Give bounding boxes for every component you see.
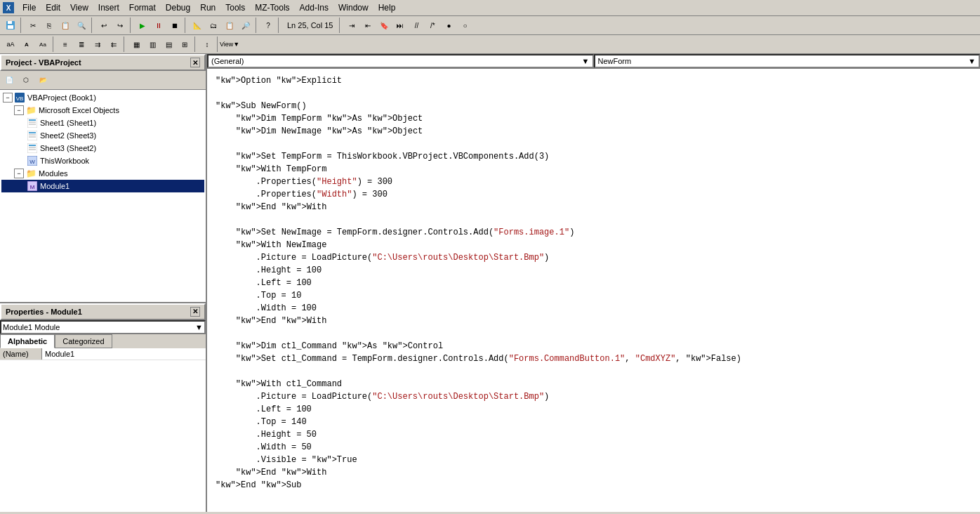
code-line: "kw">End "kw">With	[216, 201, 972, 213]
properties-close-button[interactable]: ✕	[190, 307, 200, 317]
menu-addins[interactable]: Add-Ins	[296, 1, 333, 14]
menu-edit[interactable]: Edit	[41, 1, 65, 14]
menu-view[interactable]: View	[66, 1, 93, 14]
pt-viewcode[interactable]: 📄	[1, 72, 17, 88]
tb-toggle-bp[interactable]: ●	[441, 18, 456, 33]
tb2-list2[interactable]: ≣	[74, 37, 89, 52]
tree-module1[interactable]: M Module1	[1, 180, 204, 192]
main-layout: Project - VBAProject ✕ 📄 ⬡ 📂 − VB VBAPro…	[0, 54, 980, 512]
sep2	[91, 18, 94, 33]
prop-name-label: (Name)	[0, 348, 42, 360]
pt-viewobj[interactable]: ⬡	[18, 72, 34, 88]
tb-comment[interactable]: //	[409, 18, 424, 33]
sheet2-label: Sheet2 (Sheet3)	[40, 131, 96, 140]
tree-sheet1[interactable]: Sheet1 (Sheet1)	[1, 117, 204, 129]
tree-sheet3[interactable]: Sheet3 (Sheet2)	[1, 142, 204, 154]
tb2-grid4[interactable]: ⊞	[177, 37, 192, 52]
code-line: .Properties("Width") = 300	[216, 188, 972, 201]
menu-tools[interactable]: Tools	[221, 1, 249, 14]
tb-copy[interactable]: ⎘	[41, 18, 57, 33]
tb2-list3[interactable]: ⇉	[90, 37, 105, 52]
tb-design[interactable]: 📐	[190, 18, 205, 33]
tb2-list1[interactable]: ≡	[58, 37, 73, 52]
tb-objbrowser[interactable]: 🔎	[238, 18, 253, 33]
tb-find[interactable]: 🔍	[74, 18, 89, 33]
menu-window[interactable]: Window	[334, 1, 373, 14]
menu-insert[interactable]: Insert	[94, 1, 124, 14]
project-tree[interactable]: − VB VBAProject (Book1) − 📁 Microsoft Ex…	[0, 90, 206, 302]
code-line: .Left = 100	[216, 403, 972, 416]
general-dropdown[interactable]: (General) ▼	[207, 54, 594, 68]
tb-indent[interactable]: ⇥	[344, 18, 359, 33]
project-panel-title: Project - VBAProject	[6, 58, 81, 67]
code-editor[interactable]: "kw">Option "kw">Explicit "kw">Sub NewFo…	[207, 69, 980, 512]
prop-row-name: (Name) Module1	[0, 348, 206, 360]
tb2-3[interactable]: Aa	[35, 37, 51, 52]
app-icon: X	[3, 2, 14, 13]
tb-cut[interactable]: ✂	[25, 18, 41, 33]
proc-dropdown-arrow: ▼	[968, 57, 976, 65]
tb-save[interactable]	[3, 18, 18, 33]
code-line: "kw">Set NewImage = TempForm.designer.Co…	[216, 226, 972, 239]
pt-togglefolders[interactable]: 📂	[35, 72, 51, 88]
thisworkbook-icon: W	[27, 155, 38, 166]
tb-projectexplorer[interactable]: 🗂	[206, 18, 221, 33]
svg-rect-12	[29, 132, 36, 133]
proc-dropdown[interactable]: NewForm ▼	[594, 54, 981, 68]
tb-clear-bp[interactable]: ○	[457, 18, 472, 33]
properties-grid: (Name) Module1	[0, 348, 206, 513]
tab-alphabetic[interactable]: Alphabetic	[0, 334, 55, 348]
tb-bookmark[interactable]: 🔖	[376, 18, 392, 33]
prop-name-value[interactable]: Module1	[42, 348, 206, 360]
tree-vbaproject[interactable]: − VB VBAProject (Book1)	[1, 91, 204, 104]
tb-uncomment[interactable]: /*	[425, 18, 440, 33]
tb-redo[interactable]: ↪	[112, 18, 128, 33]
tb2-grid1[interactable]: ▦	[128, 37, 144, 52]
editor-panel: (General) ▼ NewForm ▼ "kw">Option "kw">E…	[207, 54, 980, 512]
sep1	[20, 18, 23, 33]
tb-undo[interactable]: ↩	[96, 18, 112, 33]
toggle-modules[interactable]: −	[14, 169, 24, 178]
menu-debug[interactable]: Debug	[161, 1, 194, 14]
toggle-excel-objects[interactable]: −	[14, 105, 24, 115]
tb-help[interactable]: ?	[260, 18, 276, 33]
tb2-list4[interactable]: ⇇	[106, 37, 121, 52]
menu-file[interactable]: File	[18, 1, 40, 14]
toolbar-row2: aA A Aa ≡ ≣ ⇉ ⇇ ▦ ▥ ▤ ⊞ ↕ View▼	[0, 35, 980, 54]
tb-next-bookmark[interactable]: ⏭	[392, 18, 408, 33]
tb2-view[interactable]: View▼	[222, 37, 237, 52]
tb2-grid3[interactable]: ▤	[161, 37, 176, 52]
menu-run[interactable]: Run	[196, 1, 220, 14]
menu-help[interactable]: Help	[374, 1, 400, 14]
properties-dropdown[interactable]: Module1 Module ▼	[0, 320, 206, 334]
tb2-2[interactable]: A	[19, 37, 34, 52]
tb-outdent[interactable]: ⇤	[360, 18, 376, 33]
properties-panel-title: Properties - Module1	[6, 308, 82, 316]
tb2-extra1[interactable]: ↕	[199, 37, 215, 52]
tb2-1[interactable]: aA	[3, 37, 18, 52]
menu-format[interactable]: Format	[125, 1, 160, 14]
menu-mztools[interactable]: MZ-Tools	[251, 1, 293, 14]
code-line: .Top = 140	[216, 416, 972, 428]
tb-run[interactable]: ▶	[135, 18, 150, 33]
tab-categorized[interactable]: Categorized	[55, 334, 112, 348]
tb-break[interactable]: ⏸	[151, 18, 166, 33]
code-line: "kw">Set ctl_Command = TempForm.designer…	[216, 352, 972, 365]
tree-thisworkbook[interactable]: W ThisWorkbook	[1, 154, 204, 167]
tree-modules[interactable]: − 📁 Modules	[1, 167, 204, 180]
tb-reset[interactable]: ⏹	[167, 18, 183, 33]
svg-text:W: W	[29, 159, 35, 165]
code-line: "kw">With NewImage	[216, 239, 972, 251]
tb-properties[interactable]: 📋	[222, 18, 237, 33]
module1-icon: M	[27, 180, 38, 192]
status-position: Ln 25, Col 15	[283, 21, 337, 29]
toggle-vbaproject[interactable]: −	[3, 93, 13, 103]
tree-sheet2[interactable]: Sheet2 (Sheet3)	[1, 129, 204, 142]
menu-bar: X File Edit View Insert Format Debug Run…	[0, 0, 980, 16]
project-close-button[interactable]: ✕	[190, 58, 200, 67]
tree-excel-objects[interactable]: − 📁 Microsoft Excel Objects	[1, 104, 204, 117]
svg-rect-16	[29, 145, 36, 146]
thisworkbook-label: ThisWorkbook	[40, 157, 89, 165]
tb2-grid2[interactable]: ▥	[145, 37, 160, 52]
tb-paste[interactable]: 📋	[58, 18, 73, 33]
